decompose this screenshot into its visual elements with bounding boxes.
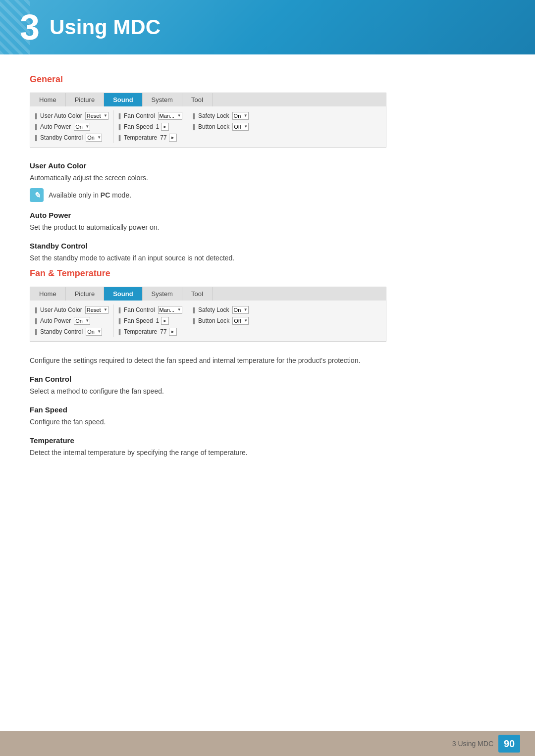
- temperature-arrow-2[interactable]: ►: [169, 328, 177, 336]
- fan-control-select-1[interactable]: Man...: [158, 112, 182, 120]
- auto-power-select-2[interactable]: On: [74, 317, 90, 325]
- user-auto-color-select-wrap-1: Reset: [85, 112, 108, 120]
- widget2-col3: Safety Lock On Button Lock: [188, 304, 263, 337]
- tab-home-1[interactable]: Home: [30, 93, 66, 106]
- fan-temp-tabs: Home Picture Sound System Tool: [30, 287, 386, 301]
- temperature-control-2: 77 ►: [160, 328, 176, 336]
- page-footer: 3 Using MDC 90: [0, 731, 535, 756]
- auto-power-title: Auto Power: [30, 211, 505, 219]
- fan-speed-title: Fan Speed: [30, 405, 505, 414]
- user-auto-color-select-1[interactable]: Reset: [85, 112, 108, 120]
- tab-system-1[interactable]: System: [143, 93, 182, 106]
- row-safety-lock-1: Safety Lock On: [193, 112, 258, 120]
- standby-control-control-2: On: [86, 328, 102, 336]
- standby-control-select-wrap-2: On: [86, 328, 102, 336]
- footer-text: 3 Using MDC: [452, 740, 493, 748]
- standby-control-select-1[interactable]: On: [86, 134, 102, 142]
- user-auto-color-select-2[interactable]: Reset: [85, 306, 108, 314]
- tab-system-2[interactable]: System: [143, 287, 182, 301]
- fan-control-select-wrap-2: Man...: [158, 306, 182, 314]
- safety-lock-control-2: On: [232, 306, 249, 314]
- fan-speed-value-2: 1: [156, 317, 160, 324]
- row-standby-control-1: Standby Control On: [35, 134, 108, 142]
- user-auto-color-desc: Automatically adjust the screen colors.: [30, 173, 505, 183]
- tab-picture-2[interactable]: Picture: [66, 287, 104, 301]
- tab-picture-1[interactable]: Picture: [66, 93, 104, 106]
- row-auto-power-1: Auto Power On: [35, 123, 108, 131]
- button-lock-control-2: Off: [232, 317, 249, 325]
- user-auto-color-select-wrap-2: Reset: [85, 306, 108, 314]
- widget2-col2: Fan Control Man... Fan Speed 1 ►: [114, 304, 188, 337]
- fan-speed-arrow-2[interactable]: ►: [161, 317, 169, 325]
- auto-power-control-1: On: [74, 123, 90, 131]
- fan-control-title: Fan Control: [30, 375, 505, 383]
- row-button-lock-2: Button Lock Off: [193, 317, 258, 325]
- chapter-title: Using MDC: [50, 15, 160, 39]
- header-decoration: [0, 0, 30, 54]
- tab-tool-1[interactable]: Tool: [182, 93, 213, 106]
- row-temperature-1: Temperature 77 ►: [119, 134, 183, 142]
- auto-power-select-wrap-1: On: [74, 123, 90, 131]
- standby-control-select-2[interactable]: On: [86, 328, 102, 336]
- button-lock-control-1: Off: [232, 123, 249, 131]
- standby-control-control-1: On: [86, 134, 102, 142]
- button-lock-select-1[interactable]: Off: [232, 123, 249, 131]
- fan-speed-control-1: 1 ►: [156, 123, 169, 131]
- button-lock-select-2[interactable]: Off: [232, 317, 249, 325]
- auto-power-select-1[interactable]: On: [74, 123, 90, 131]
- widget1-col2: Fan Control Man... Fan Speed 1 ►: [114, 110, 188, 143]
- tab-home-2[interactable]: Home: [30, 287, 66, 301]
- row-fan-speed-2: Fan Speed 1 ►: [119, 317, 183, 325]
- general-widget-body: User Auto Color Reset Auto Power: [30, 106, 386, 147]
- fan-speed-label-1: Fan Speed: [119, 123, 153, 130]
- fan-control-select-2[interactable]: Man...: [158, 306, 182, 314]
- standby-control-desc: Set the standby mode to activate if an i…: [30, 253, 505, 263]
- fan-temp-desc: Configure the settings required to detec…: [30, 355, 505, 366]
- temperature-arrow-1[interactable]: ►: [169, 134, 177, 142]
- safety-lock-select-2[interactable]: On: [232, 306, 249, 314]
- user-auto-color-title: User Auto Color: [30, 161, 505, 170]
- fan-speed-control-2: 1 ►: [156, 317, 169, 325]
- fan-control-label-2: Fan Control: [119, 306, 155, 313]
- fan-speed-desc: Configure the fan speed.: [30, 417, 505, 427]
- standby-control-title: Standby Control: [30, 242, 505, 250]
- safety-lock-select-1[interactable]: On: [232, 112, 249, 120]
- tab-tool-2[interactable]: Tool: [182, 287, 213, 301]
- general-section-title: General: [30, 74, 505, 85]
- fan-control-control-1: Man...: [158, 112, 182, 120]
- fan-control-label-1: Fan Control: [119, 112, 155, 119]
- safety-lock-label-1: Safety Lock: [193, 112, 229, 119]
- user-auto-color-label-2: User Auto Color: [35, 306, 82, 313]
- tab-sound-2[interactable]: Sound: [104, 287, 142, 301]
- fan-control-desc: Select a method to configure the fan spe…: [30, 386, 505, 397]
- fan-speed-arrow-1[interactable]: ►: [161, 123, 169, 131]
- note-text: Available only in PC mode.: [49, 188, 131, 201]
- tab-sound-1[interactable]: Sound: [104, 93, 142, 106]
- safety-lock-control-1: On: [232, 112, 249, 120]
- auto-power-desc: Set the product to automatically power o…: [30, 222, 505, 233]
- widget1-col1: User Auto Color Reset Auto Power: [30, 110, 114, 143]
- page-number: 90: [498, 735, 520, 753]
- temperature-desc: Detect the internal temperature by speci…: [30, 448, 505, 458]
- standby-control-label-2: Standby Control: [35, 328, 83, 335]
- row-fan-speed-1: Fan Speed 1 ►: [119, 123, 183, 131]
- temperature-label-2: Temperature: [119, 328, 157, 335]
- auto-power-label-2: Auto Power: [35, 317, 71, 324]
- fan-speed-label-2: Fan Speed: [119, 317, 153, 324]
- button-lock-select-wrap-2: Off: [232, 317, 249, 325]
- temperature-control-1: 77 ►: [160, 134, 176, 142]
- note-icon: ✎: [30, 188, 44, 202]
- row-temperature-2: Temperature 77 ►: [119, 328, 183, 336]
- temperature-value-1: 77: [160, 134, 166, 141]
- auto-power-select-wrap-2: On: [74, 317, 90, 325]
- temperature-title: Temperature: [30, 436, 505, 445]
- button-lock-label-1: Button Lock: [193, 123, 229, 130]
- standby-control-select-wrap-1: On: [86, 134, 102, 142]
- widget1-col3: Safety Lock On Button Lock: [188, 110, 263, 143]
- widget2-col1: User Auto Color Reset Auto Power: [30, 304, 114, 337]
- row-safety-lock-2: Safety Lock On: [193, 306, 258, 314]
- row-user-auto-color-1: User Auto Color Reset: [35, 112, 108, 120]
- temperature-value-2: 77: [160, 328, 166, 335]
- page-header: 3 Using MDC: [0, 0, 535, 54]
- safety-lock-select-wrap-2: On: [232, 306, 249, 314]
